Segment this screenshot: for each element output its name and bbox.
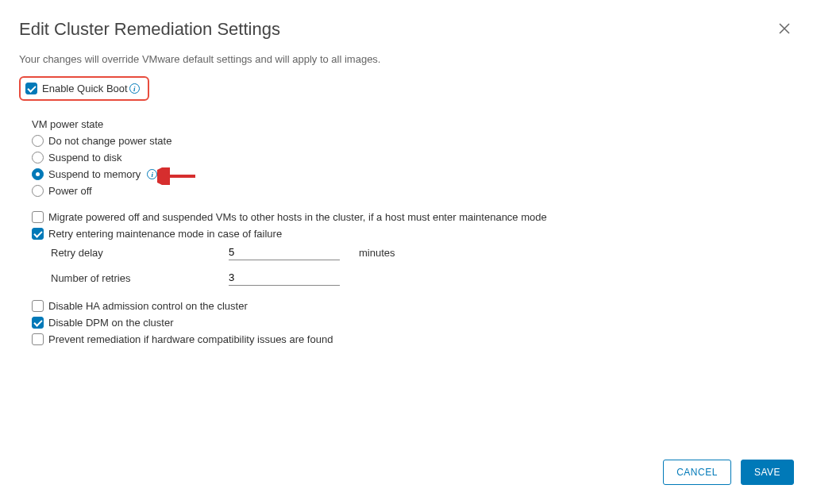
- disable-ha-checkbox[interactable]: [32, 300, 44, 312]
- radio-label: Power off: [48, 185, 92, 197]
- num-retries-label: Number of retries: [51, 272, 229, 284]
- close-button[interactable]: [775, 19, 794, 40]
- prevent-remediation-checkbox[interactable]: [32, 333, 44, 345]
- num-retries-input[interactable]: [229, 270, 340, 286]
- radio-suspend-disk[interactable]: [32, 152, 44, 164]
- radio-label: Do not change power state: [48, 135, 171, 147]
- retry-delay-input[interactable]: [229, 244, 340, 260]
- quick-boot-highlight: Enable Quick Boot i: [19, 76, 149, 101]
- cluster-options: Disable HA admission control on the clus…: [19, 300, 794, 345]
- radio-do-not-change[interactable]: [32, 135, 44, 147]
- cancel-button[interactable]: CANCEL: [663, 460, 731, 485]
- migrate-label: Migrate powered off and suspended VMs to…: [48, 211, 547, 223]
- retry-label: Retry entering maintenance mode in case …: [48, 228, 282, 240]
- radio-suspend-memory[interactable]: [32, 168, 44, 180]
- disable-dpm-checkbox[interactable]: [32, 317, 44, 329]
- info-icon[interactable]: i: [129, 83, 140, 94]
- enable-quick-boot-label: Enable Quick Boot: [42, 83, 128, 94]
- dialog-footer: CANCEL SAVE: [663, 460, 794, 485]
- migrate-checkbox[interactable]: [32, 211, 44, 223]
- maintenance-options: Migrate powered off and suspended VMs to…: [19, 211, 794, 286]
- disable-ha-label: Disable HA admission control on the clus…: [48, 300, 248, 312]
- vm-power-state-label: VM power state: [32, 118, 794, 130]
- close-icon: [778, 22, 791, 35]
- save-button[interactable]: SAVE: [741, 460, 794, 485]
- vm-power-state-group: Do not change power state Suspend to dis…: [32, 135, 794, 197]
- radio-label: Suspend to disk: [48, 152, 122, 164]
- info-icon[interactable]: i: [147, 169, 157, 179]
- dialog-title: Edit Cluster Remediation Settings: [19, 19, 280, 40]
- radio-label: Suspend to memory: [48, 168, 141, 180]
- retry-delay-unit: minutes: [359, 247, 395, 259]
- retry-checkbox[interactable]: [32, 228, 44, 240]
- retry-delay-label: Retry delay: [51, 247, 229, 259]
- disable-dpm-label: Disable DPM on the cluster: [48, 317, 174, 329]
- enable-quick-boot-checkbox[interactable]: [25, 83, 37, 94]
- dialog-subtitle: Your changes will override VMware defaul…: [19, 53, 794, 65]
- radio-power-off[interactable]: [32, 185, 44, 197]
- prevent-remediation-label: Prevent remediation if hardware compatib…: [48, 333, 333, 345]
